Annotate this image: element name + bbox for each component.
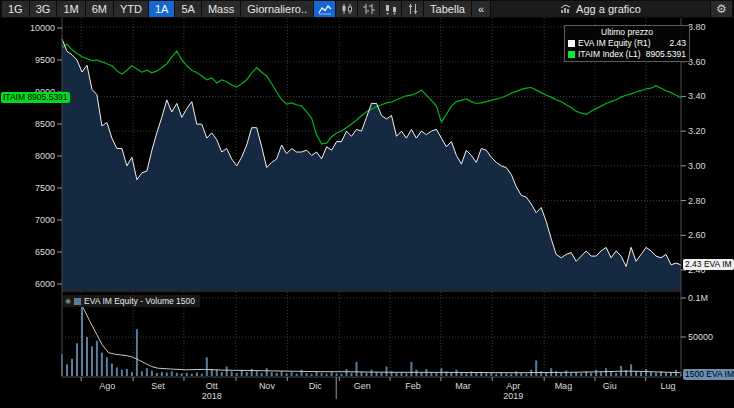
- candle-volume-icon-button[interactable]: [380, 1, 401, 17]
- line-chart-icon-button[interactable]: [314, 1, 335, 17]
- range-buttons: 1G3G1M6MYTD1A5AMass: [2, 1, 240, 17]
- legend-value: 2.43: [669, 38, 686, 49]
- volume-legend-label: EVA IM Equity - Volume 1500: [84, 296, 195, 306]
- svg-text:Feb: Feb: [405, 381, 421, 391]
- add-to-chart-section: Agg a grafico: [491, 1, 710, 17]
- svg-text:Gen: Gen: [354, 381, 371, 391]
- svg-text:9500: 9500: [35, 55, 55, 65]
- add-to-chart-button[interactable]: Agg a grafico: [554, 1, 647, 17]
- range-button-1a[interactable]: 1A: [149, 1, 174, 17]
- itaim-last-price-tag: ITAIM 8905.5391: [1, 92, 70, 103]
- candle-volume-icon: [384, 3, 398, 15]
- svg-text:Apr: Apr: [506, 381, 520, 391]
- table-button[interactable]: Tabella: [424, 1, 471, 17]
- settings-gear-button[interactable]: ⚙: [711, 1, 732, 17]
- legend-label: EVA IM Equity (R1): [578, 38, 666, 49]
- svg-text:2019: 2019: [503, 391, 523, 401]
- candlestick-icon: [340, 3, 354, 15]
- svg-text:2018: 2018: [202, 391, 222, 401]
- svg-text:8000: 8000: [35, 151, 55, 161]
- eva-last-price-tag: 2.43 EVA IM: [683, 259, 734, 270]
- eva-swatch-icon: [568, 40, 575, 47]
- volume-last-value-tag: 1500 EVA IM: [683, 369, 734, 380]
- svg-text:Lug: Lug: [660, 381, 675, 391]
- range-button-1g[interactable]: 1G: [2, 1, 29, 17]
- svg-text:2.60: 2.60: [688, 230, 706, 240]
- svg-text:6500: 6500: [35, 247, 55, 257]
- period-dropdown[interactable]: Giornaliero..: [241, 1, 313, 17]
- volume-settings-icon[interactable]: ◉: [65, 296, 71, 306]
- ohlc-bars-icon: [362, 3, 376, 15]
- line-chart-icon: [318, 4, 332, 15]
- compare-sliders-icon: [406, 3, 420, 15]
- svg-text:3.60: 3.60: [688, 57, 706, 67]
- volume-average-line: [83, 307, 681, 372]
- toolbar: 1G3G1M6MYTD1A5AMass Giornaliero..: [0, 0, 734, 18]
- svg-text:Set: Set: [151, 381, 165, 391]
- legend-value: 8905.5391: [646, 49, 686, 60]
- svg-text:10000: 10000: [30, 23, 55, 33]
- svg-text:3.20: 3.20: [688, 126, 706, 136]
- ohlc-bars-icon-button[interactable]: [358, 1, 379, 17]
- svg-text:8500: 8500: [35, 119, 55, 129]
- svg-text:3.80: 3.80: [688, 22, 706, 32]
- legend-title: Ultimo prezzo: [568, 27, 686, 38]
- svg-text:Ott: Ott: [206, 381, 219, 391]
- svg-text:Dic: Dic: [309, 381, 322, 391]
- collapse-button[interactable]: «: [472, 1, 490, 17]
- svg-text:3.00: 3.00: [688, 161, 706, 171]
- volume-swatch-icon: [74, 298, 81, 305]
- range-button-1m[interactable]: 1M: [57, 1, 84, 17]
- add-to-chart-label: Agg a grafico: [576, 2, 641, 17]
- candlestick-icon-button[interactable]: [336, 1, 357, 17]
- itaim-swatch-icon: [568, 51, 575, 58]
- chart-plot-area[interactable]: 10000950090008500800075007000650060003.8…: [0, 18, 734, 408]
- legend-label: ITAIM Index (L1): [578, 49, 643, 60]
- range-button-3g[interactable]: 3G: [30, 1, 57, 17]
- svg-text:Mar: Mar: [455, 381, 471, 391]
- range-button-mass[interactable]: Mass: [202, 1, 240, 17]
- svg-text:7000: 7000: [35, 215, 55, 225]
- svg-text:Mag: Mag: [555, 381, 573, 391]
- legend-row-itaim[interactable]: ITAIM Index (L1) 8905.5391: [568, 49, 686, 60]
- svg-text:7500: 7500: [35, 183, 55, 193]
- add-chart-icon: [560, 4, 572, 14]
- volume-legend[interactable]: ◉ EVA IM Equity - Volume 1500: [63, 295, 200, 307]
- svg-text:2.80: 2.80: [688, 196, 706, 206]
- range-button-5a[interactable]: 5A: [175, 1, 200, 17]
- price-legend[interactable]: Ultimo prezzo EVA IM Equity (R1) 2.43 IT…: [564, 25, 690, 62]
- svg-text:3.40: 3.40: [688, 91, 706, 101]
- svg-text:6000: 6000: [35, 279, 55, 289]
- svg-text:Nov: Nov: [259, 381, 276, 391]
- svg-text:Ago: Ago: [99, 381, 115, 391]
- legend-row-eva[interactable]: EVA IM Equity (R1) 2.43: [568, 38, 686, 49]
- range-button-ytd[interactable]: YTD: [114, 1, 148, 17]
- gear-icon: ⚙: [716, 2, 727, 17]
- svg-text:50000: 50000: [688, 332, 713, 342]
- svg-text:Giu: Giu: [603, 381, 617, 391]
- compare-sliders-icon-button[interactable]: [402, 1, 423, 17]
- chart-window: 1G3G1M6MYTD1A5AMass Giornaliero..: [0, 0, 734, 408]
- range-button-6m[interactable]: 6M: [86, 1, 113, 17]
- svg-text:0.1M: 0.1M: [688, 293, 708, 303]
